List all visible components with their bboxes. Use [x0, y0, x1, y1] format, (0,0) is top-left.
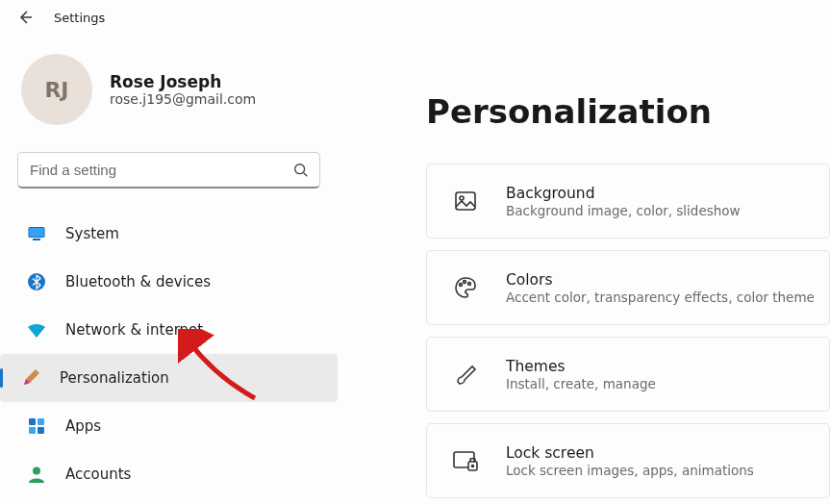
svg-point-12 — [460, 284, 463, 287]
search-input[interactable] — [30, 162, 292, 178]
card-title: Lock screen — [506, 444, 754, 462]
svg-rect-10 — [456, 192, 475, 210]
titlebar: Settings — [0, 0, 830, 35]
sidebar-item-accounts[interactable]: Accounts — [6, 450, 332, 498]
svg-point-11 — [460, 196, 464, 200]
sidebar-item-system[interactable]: System — [6, 210, 332, 258]
sidebar-item-apps[interactable]: Apps — [6, 402, 332, 450]
app-title: Settings — [54, 11, 105, 25]
search-box[interactable] — [17, 152, 320, 189]
card-themes[interactable]: Themes Install, create, manage — [426, 337, 830, 412]
card-subtitle: Accent color, transparency effects, colo… — [506, 290, 815, 305]
sidebar-item-personalization[interactable]: Personalization — [0, 354, 338, 402]
svg-point-13 — [464, 281, 466, 284]
brush-icon — [452, 361, 479, 388]
svg-rect-5 — [29, 418, 36, 425]
card-title: Colors — [506, 271, 815, 289]
monitor-icon — [27, 224, 46, 243]
page-title: Personalization — [426, 92, 830, 131]
main-content: Personalization Background Background im… — [338, 35, 830, 504]
svg-point-0 — [295, 164, 305, 173]
card-subtitle: Install, create, manage — [506, 376, 656, 391]
sidebar-item-network[interactable]: Network & internet — [6, 306, 332, 354]
profile-block[interactable]: RJ Rose Joseph rose.j195@gmail.com — [0, 54, 338, 125]
sidebar-item-bluetooth[interactable]: Bluetooth & devices — [6, 258, 332, 306]
sidebar-item-label: Personalization — [60, 369, 169, 387]
svg-rect-3 — [33, 239, 40, 240]
sidebar: RJ Rose Joseph rose.j195@gmail.com Syste… — [0, 35, 338, 504]
sidebar-item-label: System — [65, 225, 119, 242]
search-icon — [292, 162, 310, 179]
card-background[interactable]: Background Background image, color, slid… — [426, 164, 830, 239]
card-subtitle: Lock screen images, apps, animations — [506, 463, 754, 478]
wifi-icon — [27, 320, 46, 340]
sidebar-item-label: Apps — [65, 417, 101, 435]
sidebar-item-label: Accounts — [65, 466, 131, 483]
svg-rect-2 — [30, 228, 44, 237]
card-lock-screen[interactable]: Lock screen Lock screen images, apps, an… — [426, 423, 830, 498]
card-colors[interactable]: Colors Accent color, transparency effect… — [426, 250, 830, 325]
bluetooth-icon — [27, 272, 46, 291]
sidebar-item-label: Network & internet — [65, 321, 203, 339]
svg-point-14 — [468, 283, 471, 286]
card-title: Themes — [506, 358, 656, 375]
nav-list: System Bluetooth & devices Network & int… — [0, 206, 338, 498]
apps-icon — [27, 416, 46, 436]
sidebar-item-label: Bluetooth & devices — [65, 273, 211, 290]
card-subtitle: Background image, color, slideshow — [506, 203, 741, 218]
svg-rect-8 — [38, 427, 44, 434]
user-name: Rose Joseph — [110, 72, 256, 91]
back-button[interactable] — [17, 10, 33, 25]
back-arrow-icon — [17, 10, 33, 25]
card-title: Background — [506, 185, 741, 202]
image-icon — [452, 188, 479, 214]
palette-icon — [452, 274, 479, 301]
person-icon — [27, 465, 46, 484]
paintbrush-icon — [21, 368, 40, 388]
avatar: RJ — [21, 54, 92, 125]
user-email: rose.j195@gmail.com — [110, 91, 256, 107]
svg-point-9 — [33, 467, 40, 475]
svg-point-17 — [472, 466, 474, 467]
svg-rect-7 — [29, 427, 36, 434]
svg-rect-6 — [38, 418, 44, 425]
lock-screen-icon — [452, 447, 479, 474]
